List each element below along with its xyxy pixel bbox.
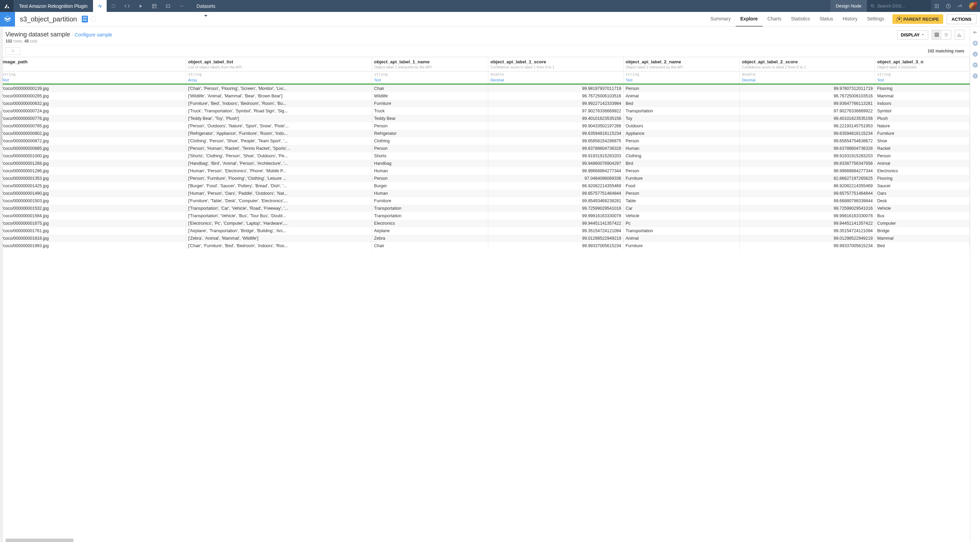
table-cell: 99.99816163330078 (488, 212, 624, 220)
table-row[interactable]: /coco/000000000872.jpg['Clothing', 'Pers… (0, 137, 970, 145)
column-header[interactable]: object_api_label_2_scoreConfidence score… (740, 57, 875, 71)
table-row[interactable]: /coco/000000001818.jpg['Zebra', 'Animal'… (0, 235, 970, 242)
column-meaning[interactable]: Array (186, 77, 372, 83)
tab-summary[interactable]: Summary (706, 12, 736, 27)
gdpr-badge[interactable]: GD PR (82, 16, 88, 22)
column-header[interactable]: image_path (0, 57, 186, 71)
back-arrow-icon[interactable] (972, 29, 978, 35)
table-row[interactable]: /coco/000000000139.jpg['Chair', 'Person'… (0, 85, 970, 92)
table-cell: Transportation (372, 212, 488, 220)
column-header[interactable]: object_api_label_3_nObject label 3 extra… (875, 57, 970, 71)
table-cell: Bed (875, 242, 970, 250)
breadcrumb-datasets[interactable]: Datasets (192, 3, 220, 9)
table-row[interactable]: /coco/000000001490.jpg['Human', 'Person'… (0, 190, 970, 197)
table-row[interactable]: /coco/000000001675.jpg['Electronics', 'P… (0, 220, 970, 227)
apps-icon[interactable] (931, 0, 942, 12)
sample-header: Viewing dataset sample Configure sample … (0, 27, 970, 45)
table-cell: Zebra (372, 235, 488, 242)
column-meaning[interactable]: Decimal (740, 77, 875, 83)
table-row[interactable]: /coco/000000000632.jpg['Furniture', 'Bed… (0, 100, 970, 107)
tab-history[interactable]: History (838, 12, 862, 27)
history-circle-icon[interactable] (972, 73, 978, 79)
code-tab-icon[interactable] (120, 0, 134, 12)
view-chart-icon[interactable] (955, 30, 964, 40)
column-meaning[interactable]: Decimal (488, 77, 624, 83)
chat-circle-icon[interactable] (972, 62, 978, 68)
card-tab-icon[interactable] (161, 0, 175, 12)
table-row[interactable]: /coco/000000001532.jpg['Transportation',… (0, 204, 970, 212)
table-row[interactable]: /coco/000000001503.jpg['Furniture', 'Tab… (0, 197, 970, 204)
filter-search-box[interactable] (5, 48, 21, 55)
column-meaning[interactable]: Text (0, 77, 186, 83)
column-meaning[interactable]: Text (624, 77, 740, 83)
column-header[interactable]: object_api_label_1_nameObject label 1 ex… (372, 57, 488, 71)
table-cell: Car (624, 204, 740, 212)
circle-tab-icon[interactable] (107, 0, 120, 12)
play-tab-icon[interactable] (134, 0, 148, 12)
dashboard-tab-icon[interactable] (148, 0, 161, 12)
column-header[interactable]: object_api_label_listList of object labe… (186, 57, 372, 71)
actions-button[interactable]: ACTIONS (947, 14, 977, 24)
table-row[interactable]: /coco/000000000802.jpg['Refrigerator', '… (0, 130, 970, 137)
reload-icon[interactable] (91, 16, 96, 22)
project-name[interactable]: Test Amazon Rekognition Plugin (14, 3, 93, 9)
view-list-icon[interactable] (942, 30, 951, 39)
more-tab-icon[interactable] (175, 0, 188, 12)
column-meaning[interactable]: Text (875, 77, 970, 83)
column-meaning[interactable]: Text (372, 77, 488, 83)
table-row[interactable]: /coco/000000001761.jpg['Airplane', 'Tran… (0, 227, 970, 235)
global-search[interactable] (867, 0, 931, 12)
gutter-grip[interactable] (0, 111, 2, 145)
view-table-icon[interactable] (932, 30, 942, 39)
help-icon[interactable] (942, 0, 954, 12)
user-avatar[interactable] (969, 2, 977, 10)
table-row[interactable]: /coco/000000001584.jpg['Transportation',… (0, 212, 970, 220)
table-row[interactable]: /coco/000000001296.jpg['Human', 'Person'… (0, 167, 970, 175)
horizontal-scrollbar-thumb[interactable] (5, 539, 73, 542)
table-cell: Clothing (624, 152, 740, 160)
table-cell: Person (624, 85, 740, 92)
data-table-wrap[interactable]: image_pathobject_api_label_listList of o… (0, 57, 970, 538)
table-cell: /coco/000000001490.jpg (0, 190, 186, 197)
table-row[interactable]: /coco/000000001353.jpg['Person', 'Furnit… (0, 175, 970, 182)
table-cell: 99.65654754638672 (740, 137, 875, 145)
display-button[interactable]: DISPLAY (897, 30, 928, 40)
table-row[interactable]: /coco/000000000776.jpg['Teddy Bear', 'To… (0, 115, 970, 122)
svg-point-5 (183, 6, 183, 6)
table-cell: 99.85858154296875 (488, 137, 624, 145)
design-node-badge[interactable]: Design Node (830, 0, 867, 12)
activity-icon[interactable] (954, 0, 966, 12)
table-row[interactable]: /coco/000000001000.jpg['Shorts', 'Clothi… (0, 152, 970, 160)
parent-recipe-button[interactable]: PARENT RECIPE (892, 14, 943, 24)
table-cell: /coco/000000001532.jpg (0, 204, 186, 212)
add-circle-icon[interactable] (972, 40, 978, 46)
table-row[interactable]: /coco/000000000724.jpg['Truck', 'Transpo… (0, 107, 970, 115)
table-row[interactable]: /coco/000000001425.jpg['Burger', 'Food',… (0, 182, 970, 190)
table-cell: /coco/000000000139.jpg (0, 85, 186, 92)
app-logo-icon[interactable] (0, 0, 14, 12)
table-cell: Human (372, 167, 488, 175)
info-circle-icon[interactable] (972, 51, 978, 57)
table-cell: Flooring (875, 175, 970, 182)
configure-sample-link[interactable]: Configure sample (75, 32, 112, 38)
tab-charts[interactable]: Charts (763, 12, 786, 27)
tab-settings[interactable]: Settings (862, 12, 889, 27)
tab-statistics[interactable]: Statistics (786, 12, 815, 27)
tab-status[interactable]: Status (815, 12, 838, 27)
table-cell: Furniture (372, 100, 488, 107)
table-row[interactable]: /coco/000000001268.jpg['Handbag', 'Bird'… (0, 160, 970, 167)
search-input[interactable] (877, 3, 925, 8)
table-cell: ['Person', 'Human', 'Racket', 'Tennis Ra… (186, 145, 372, 152)
table-row[interactable]: /coco/000000000785.jpg['Person', 'Outdoo… (0, 122, 970, 130)
table-row[interactable]: /coco/000000001993.jpg['Chair', 'Furnitu… (0, 242, 970, 250)
tab-explore[interactable]: Explore (736, 12, 763, 27)
table-cell: Wildlife (372, 92, 488, 100)
table-row[interactable]: /coco/000000000885.jpg['Person', 'Human'… (0, 145, 970, 152)
table-cell: Symbol (875, 107, 970, 115)
column-header[interactable]: object_api_label_2_nameObject label 2 ex… (624, 57, 740, 71)
table-cell: Chair (372, 85, 488, 92)
flow-tab[interactable] (93, 0, 107, 12)
table-row[interactable]: /coco/000000000285.jpg['Wildlife', 'Anim… (0, 92, 970, 100)
caret-down-icon (921, 33, 924, 36)
column-header[interactable]: object_api_label_1_scoreConfidence score… (488, 57, 624, 71)
